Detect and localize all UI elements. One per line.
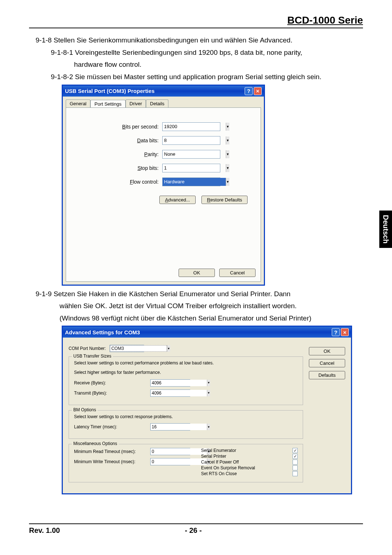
page-footer: Rev. 1.00 - 26 - xyxy=(29,523,363,535)
latency-label: Latency Timer (msec): xyxy=(74,424,150,429)
cancel-button[interactable]: Cancel xyxy=(219,269,256,277)
tabs: General Port Settings Driver Details xyxy=(63,97,264,107)
serial-enum-label: Serial Enumerator xyxy=(201,448,236,453)
dialog1-titlebar: USB Serial Port (COM3) Properties ? × xyxy=(63,86,264,97)
tab-details[interactable]: Details xyxy=(146,99,168,107)
text-9181b: hardware flow control. xyxy=(74,60,363,69)
dialog2-titlebar: Advanced Settings for COM3 ? × xyxy=(63,327,351,338)
text-9181: 9-1-8-1 Voreingestellte Serienbedingunge… xyxy=(51,48,363,57)
usb-hint2: Select higher settings for faster perfor… xyxy=(74,370,298,376)
chevron-down-icon[interactable]: ▼ xyxy=(226,164,229,172)
misc-options-fieldset: Miscellaneous Options Minimum Read Timeo… xyxy=(69,444,303,482)
ok-button[interactable]: OK xyxy=(179,269,215,277)
serial-printer-label: Serial Printer xyxy=(201,454,226,459)
cancel-power-checkbox[interactable] xyxy=(293,460,298,465)
dialog1-title: USB Serial Port (COM3) Properties xyxy=(65,88,155,94)
restore-defaults-button[interactable]: Restore Defaults xyxy=(201,196,248,204)
data-label: Data bits: xyxy=(77,138,162,143)
flow-combo[interactable]: ▼ xyxy=(162,177,220,186)
bm-hint: Select lower settings to correct respons… xyxy=(74,414,298,420)
dialog2-title: Advanced Settings for COM3 xyxy=(65,329,140,335)
latency-input[interactable] xyxy=(151,424,207,430)
chevron-down-icon[interactable]: ▼ xyxy=(226,136,229,144)
latency-combo[interactable]: ▼ xyxy=(150,423,190,430)
min-read-combo[interactable]: ▼ xyxy=(150,448,190,455)
page-number: - 26 - xyxy=(60,526,327,535)
text-919b: wählen Sie OK. Jetzt ist der Virtual COM… xyxy=(60,301,363,311)
min-read-label: Minimum Read Timeout (msec): xyxy=(74,449,150,454)
chevron-down-icon[interactable]: ▼ xyxy=(207,380,210,386)
text-918: 9-1-8 Stellen Sie Serienkommunikationsbe… xyxy=(36,36,363,45)
chevron-down-icon[interactable]: ▼ xyxy=(226,178,229,186)
close-icon[interactable]: × xyxy=(254,87,262,95)
bm-legend: BM Options xyxy=(72,407,98,412)
data-combo[interactable]: ▼ xyxy=(162,136,220,145)
language-tab: Deutsch xyxy=(379,211,392,248)
com-port-label: COM Port Number: xyxy=(69,346,106,351)
usb-legend: USB Transfer Sizes xyxy=(72,354,113,359)
chevron-down-icon[interactable]: ▼ xyxy=(167,345,170,352)
bps-label: BBits per second:its per second: xyxy=(77,124,162,130)
set-rts-label: Set RTS On Close xyxy=(201,471,237,476)
tab-panel: BBits per second:its per second: ▼ Data … xyxy=(66,107,261,282)
tab-general[interactable]: General xyxy=(66,99,90,107)
serial-enum-checkbox[interactable]: ✓ xyxy=(293,448,298,453)
text-919c: (Windows 98 verfügt nicht über die Kästc… xyxy=(60,314,363,323)
revision: Rev. 1.00 xyxy=(29,526,60,535)
serial-printer-checkbox[interactable]: ✓ xyxy=(293,454,298,459)
defaults-button[interactable]: Defaults xyxy=(309,371,345,379)
event-surprise-checkbox[interactable] xyxy=(293,465,298,470)
min-write-input[interactable] xyxy=(151,458,207,465)
tab-port-settings[interactable]: Port Settings xyxy=(90,100,125,108)
stop-label: Stop bits: xyxy=(77,165,162,171)
chevron-down-icon[interactable]: ▼ xyxy=(226,150,229,158)
cancel-button[interactable]: Cancel xyxy=(309,359,345,367)
event-surprise-label: Event On Surprise Removal xyxy=(201,465,255,470)
usb-hint1: Select lower settings to correct perform… xyxy=(74,360,298,366)
text-9182: 9-1-8-2 Sie müssen bei Master setting un… xyxy=(51,72,363,82)
receive-label: Receive (Bytes): xyxy=(74,380,150,385)
transmit-combo[interactable]: ▼ xyxy=(150,389,190,397)
flow-label: Flow control: xyxy=(77,179,162,185)
bps-combo[interactable]: ▼ xyxy=(162,122,220,131)
chevron-down-icon[interactable]: ▼ xyxy=(207,390,210,396)
chevron-down-icon[interactable]: ▼ xyxy=(207,424,210,430)
misc-legend: Miscellaneous Options xyxy=(72,441,119,446)
transmit-input[interactable] xyxy=(151,390,207,396)
page-title: BCD-1000 Serie xyxy=(29,15,363,28)
stop-combo[interactable]: ▼ xyxy=(162,164,220,172)
tab-driver[interactable]: Driver xyxy=(126,99,146,107)
bm-options-fieldset: BM Options Select lower settings to corr… xyxy=(69,410,303,439)
com-port-input[interactable] xyxy=(110,345,167,352)
close-icon[interactable]: × xyxy=(341,328,349,336)
receive-combo[interactable]: ▼ xyxy=(150,379,190,387)
usb-transfer-fieldset: USB Transfer Sizes Select lower settings… xyxy=(69,356,303,405)
min-read-input[interactable] xyxy=(151,448,207,455)
help-icon[interactable]: ? xyxy=(332,328,340,336)
ok-button[interactable]: OK xyxy=(309,347,345,355)
parity-label: Parity: xyxy=(77,151,162,157)
min-write-combo[interactable]: ▼ xyxy=(150,458,190,465)
transmit-label: Transmit (Bytes): xyxy=(74,391,150,396)
bps-input[interactable] xyxy=(163,123,226,131)
set-rts-checkbox[interactable] xyxy=(293,471,298,476)
text-919: 9-1-9 Setzen Sie Haken in die Kästchen S… xyxy=(36,289,363,299)
parity-input[interactable] xyxy=(163,150,226,158)
chevron-down-icon[interactable]: ▼ xyxy=(226,123,229,131)
properties-dialog: USB Serial Port (COM3) Properties ? × Ge… xyxy=(62,85,265,286)
data-input[interactable] xyxy=(163,136,226,144)
stop-input[interactable] xyxy=(163,164,226,172)
com-port-combo[interactable]: ▼ xyxy=(110,345,144,352)
receive-input[interactable] xyxy=(151,380,207,386)
cancel-power-label: Cancel If Power Off xyxy=(201,460,239,465)
help-icon[interactable]: ? xyxy=(245,87,253,95)
parity-combo[interactable]: ▼ xyxy=(162,150,220,159)
min-write-label: Minimum Write Timeout (msec): xyxy=(74,459,150,464)
advanced-settings-dialog: Advanced Settings for COM3 ? × COM Port … xyxy=(62,326,352,494)
advanced-button[interactable]: Advanced... xyxy=(159,196,196,204)
flow-input[interactable] xyxy=(163,178,226,186)
